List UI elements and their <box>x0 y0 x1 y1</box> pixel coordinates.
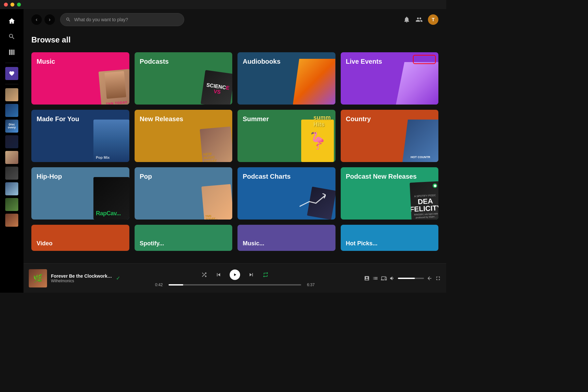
forward-button[interactable]: › <box>44 14 55 25</box>
browse-card-music[interactable]: Music <box>31 52 129 105</box>
browse-card-pop[interactable]: Pop TNNTODAY... <box>135 167 233 220</box>
player-right <box>350 275 441 281</box>
volume-button[interactable] <box>389 275 395 281</box>
browse-card-podcast-new-releases[interactable]: Podcast New Releases A SPOTIFY PODC DEAF… <box>341 167 439 220</box>
sidebar-playlist-3[interactable]: Discovery <box>5 120 18 133</box>
search-bar[interactable] <box>60 13 184 26</box>
browse-card-country[interactable]: Country HOT COUNTR <box>341 110 439 162</box>
browse-card-made-for-you[interactable]: Made For You Pop Mix <box>31 110 129 162</box>
sidebar-item-search[interactable] <box>5 30 18 43</box>
notifications-button[interactable] <box>403 16 410 23</box>
sidebar-divider-2 <box>5 84 18 84</box>
browse-card-hiphop[interactable]: Hip-Hop RapCav... <box>31 167 129 220</box>
repeat-button[interactable] <box>262 271 269 278</box>
card-title-pop: Pop <box>140 172 152 180</box>
card-title-podcast-charts: Podcast Charts <box>243 172 291 180</box>
sidebar-item-library[interactable] <box>5 46 18 59</box>
card-image-live-events <box>396 62 438 105</box>
previous-button[interactable] <box>215 271 222 278</box>
player-center: 0:42 6:37 <box>120 270 350 287</box>
card-image-music <box>98 69 129 105</box>
card-image-podcast-charts <box>290 177 335 220</box>
card-image-hiphop: RapCav... <box>93 177 129 220</box>
hot-country-label: HOT COUNTR <box>411 155 430 159</box>
card-title-audiobooks: Audiobooks <box>243 57 281 65</box>
dead-felicity-text: DEAFELICITY <box>410 197 438 213</box>
browse-card-new-releases[interactable]: New Releases NEWMUSICFRIDAY <box>135 110 233 162</box>
sidebar-playlist-4[interactable] <box>5 135 18 148</box>
maximize-button[interactable] <box>17 3 21 7</box>
player-track-info: 🌿 Forever Be the Clockwork Tree Wilhelmo… <box>29 269 120 287</box>
browse-card-podcast-charts[interactable]: Podcast Charts <box>237 167 335 220</box>
sidebar-playlist-8[interactable] <box>5 198 18 211</box>
progress-bar[interactable] <box>169 284 301 286</box>
progress-fill <box>169 284 183 286</box>
back-button[interactable]: ‹ <box>31 14 42 25</box>
sidebar-divider <box>5 63 18 63</box>
browse-card-hot-picks[interactable]: Hot Picks... <box>341 225 439 251</box>
next-button[interactable] <box>248 271 254 278</box>
card-title-podcast-new-releases: Podcast New Releases <box>346 172 417 180</box>
player-progress: 0:42 6:37 <box>153 283 317 287</box>
devices-button[interactable] <box>381 275 387 281</box>
minimize-button[interactable] <box>10 3 14 7</box>
browse-card-summer[interactable]: Summer 🦩 summHits <box>237 110 335 162</box>
card-title-podcasts: Podcasts <box>140 57 169 65</box>
sidebar-playlist-9[interactable] <box>5 214 18 227</box>
sidebar-playlist-5[interactable] <box>5 151 18 164</box>
card-image-new-releases: NEWMUSICFRIDAY <box>200 126 232 162</box>
fullscreen-button[interactable] <box>435 275 441 281</box>
card-image-pop: TNNTODAY... <box>201 184 232 220</box>
tnn-label: TNNTODAY... <box>205 214 218 220</box>
search-input[interactable] <box>74 17 179 22</box>
browse-card-spotify[interactable]: Spotify... <box>135 225 233 251</box>
sidebar-playlist-liked[interactable] <box>5 67 18 80</box>
browse-card-music2[interactable]: Music... <box>237 225 335 251</box>
browse-card-live-events[interactable]: Live Events <box>341 52 439 105</box>
volume-bar[interactable] <box>398 278 424 279</box>
svg-point-3 <box>434 184 436 187</box>
player-track-name: Forever Be the Clockwork Tree <box>51 273 112 279</box>
svg-rect-2 <box>13 50 15 55</box>
card-image-audiobooks <box>293 59 335 105</box>
friends-button[interactable] <box>416 16 423 23</box>
browse-card-podcasts[interactable]: Podcasts SCIENCEVS <box>135 52 233 105</box>
total-time: 6:37 <box>305 283 317 287</box>
card-title-video: Video <box>37 240 53 247</box>
svg-rect-0 <box>9 50 11 55</box>
science-vs-label: SCIENCEVS <box>205 82 230 96</box>
browse-card-video[interactable]: Video <box>31 225 129 251</box>
card-image-podcast-new: A SPOTIFY PODC DEAFELICITY RINGER | via … <box>410 181 438 220</box>
card-title-summer: Summer <box>243 115 269 123</box>
nav-buttons: ‹ › <box>31 14 55 25</box>
miniplayer-button[interactable] <box>427 275 433 281</box>
volume-fill <box>398 278 415 279</box>
now-playing-button[interactable] <box>364 275 370 281</box>
avatar[interactable]: T <box>428 14 438 25</box>
player-artist-name: Wilhelmonics <box>51 279 112 283</box>
play-pause-button[interactable] <box>230 270 240 280</box>
shuffle-button[interactable] <box>201 271 207 278</box>
window-chrome <box>0 0 446 9</box>
sidebar-playlist-7[interactable] <box>5 182 18 195</box>
card-title-made-for-you: Made For You <box>37 115 79 123</box>
card-title-music2: Music... <box>243 240 264 247</box>
queue-button[interactable] <box>372 275 378 281</box>
player-bar: 🌿 Forever Be the Clockwork Tree Wilhelmo… <box>24 263 446 293</box>
sidebar-playlist-2[interactable] <box>5 104 18 117</box>
card-title-hot-picks: Hot Picks... <box>346 240 378 247</box>
verified-icon: ✓ <box>116 275 120 281</box>
card-title-hiphop: Hip-Hop <box>37 172 62 180</box>
sidebar-playlist-6[interactable] <box>5 167 18 180</box>
spotify-badge <box>433 183 437 188</box>
sidebar-playlist-1[interactable] <box>5 88 18 101</box>
sidebar: Discovery <box>0 9 24 293</box>
browse-card-audiobooks[interactable]: Audiobooks <box>237 52 335 105</box>
card-title-new-releases: New Releases <box>140 115 183 123</box>
partial-row: Video Spotify... Music... Hot Picks... <box>31 225 438 251</box>
header-right: T <box>403 14 438 25</box>
pop-mix-label: Pop Mix <box>96 155 110 159</box>
sidebar-item-home[interactable] <box>5 14 18 27</box>
player-album-art[interactable]: 🌿 <box>29 269 47 287</box>
close-button[interactable] <box>4 3 8 7</box>
